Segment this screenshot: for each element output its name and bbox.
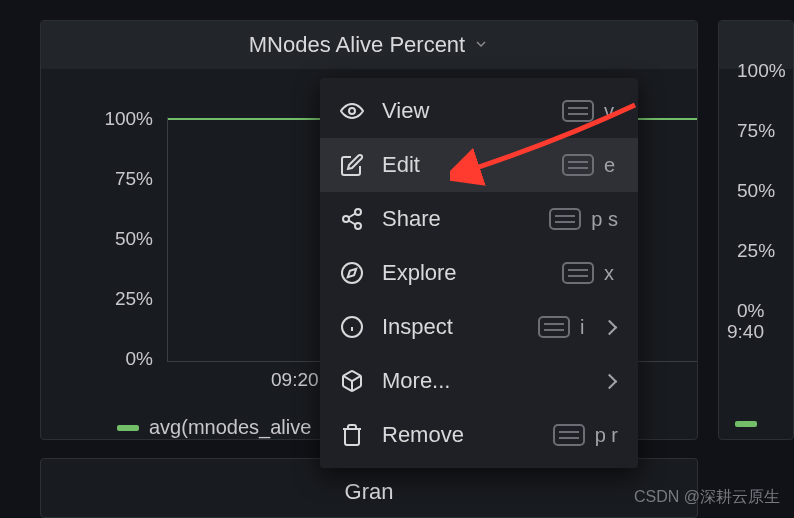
svg-line-4 xyxy=(349,221,356,225)
panel-title: MNodes Alive Percent xyxy=(249,32,465,58)
keyboard-icon xyxy=(553,424,585,446)
shortcut-key: e xyxy=(604,154,618,177)
menu-item-inspect[interactable]: Inspect i xyxy=(320,300,638,354)
shortcut-key: x xyxy=(604,262,618,285)
shortcut-group: x xyxy=(562,262,618,285)
svg-point-6 xyxy=(342,263,362,283)
shortcut-key: p r xyxy=(595,424,618,447)
shortcut-group: e xyxy=(562,154,618,177)
menu-item-remove[interactable]: Remove p r xyxy=(320,408,638,462)
keyboard-icon xyxy=(562,100,594,122)
y-tick-75: 75% xyxy=(115,168,153,190)
chevron-right-icon xyxy=(604,374,618,388)
y-tick-25-r: 25% xyxy=(737,240,775,262)
menu-item-more[interactable]: More... xyxy=(320,354,638,408)
menu-label-view: View xyxy=(382,98,544,124)
menu-item-explore[interactable]: Explore x xyxy=(320,246,638,300)
watermark: CSDN @深耕云原生 xyxy=(634,487,780,508)
keyboard-icon xyxy=(562,262,594,284)
shortcut-group: p r xyxy=(553,424,618,447)
menu-item-share[interactable]: Share p s xyxy=(320,192,638,246)
menu-label-explore: Explore xyxy=(382,260,544,286)
svg-point-0 xyxy=(349,108,355,114)
menu-label-share: Share xyxy=(382,206,531,232)
y-tick-0: 0% xyxy=(126,348,153,370)
keyboard-icon xyxy=(562,154,594,176)
trash-icon xyxy=(340,423,364,447)
panel-right-partial: 100% 75% 50% 25% 0% 9:40 xyxy=(718,20,794,440)
svg-point-1 xyxy=(355,209,361,215)
shortcut-group xyxy=(604,374,618,388)
y-tick-0-r: 0% xyxy=(737,300,764,322)
keyboard-icon xyxy=(549,208,581,230)
y-tick-100-r: 100% xyxy=(737,60,786,82)
chevron-down-icon xyxy=(473,32,489,58)
shortcut-group: p s xyxy=(549,208,618,231)
panel-header[interactable]: MNodes Alive Percent xyxy=(41,21,697,69)
svg-point-3 xyxy=(355,223,361,229)
shortcut-group: i xyxy=(538,316,618,339)
y-tick-50: 50% xyxy=(115,228,153,250)
menu-label-more: More... xyxy=(382,368,586,394)
share-icon xyxy=(340,207,364,231)
y-tick-25: 25% xyxy=(115,288,153,310)
shortcut-key: i xyxy=(580,316,594,339)
y-tick-75-r: 75% xyxy=(737,120,775,142)
menu-label-remove: Remove xyxy=(382,422,535,448)
shortcut-key: p s xyxy=(591,208,618,231)
svg-marker-7 xyxy=(348,269,356,277)
y-tick-100: 100% xyxy=(104,108,153,130)
menu-label-edit: Edit xyxy=(382,152,544,178)
info-icon xyxy=(340,315,364,339)
svg-point-2 xyxy=(343,216,349,222)
shortcut-group: v xyxy=(562,100,618,123)
menu-item-edit[interactable]: Edit e xyxy=(320,138,638,192)
chevron-right-icon xyxy=(604,320,618,334)
eye-icon xyxy=(340,99,364,123)
cube-icon xyxy=(340,369,364,393)
panel-context-menu: View v Edit e Share p s Explore xyxy=(320,78,638,468)
menu-item-view[interactable]: View v xyxy=(320,84,638,138)
y-tick-50-r: 50% xyxy=(737,180,775,202)
shortcut-key: v xyxy=(604,100,618,123)
x-tick-0940: 9:40 xyxy=(727,321,764,343)
legend-label: avg(mnodes_alive xyxy=(149,416,311,439)
menu-label-inspect: Inspect xyxy=(382,314,520,340)
legend-swatch xyxy=(117,425,139,431)
legend-swatch-r xyxy=(735,421,757,427)
svg-line-5 xyxy=(349,214,356,218)
keyboard-icon xyxy=(538,316,570,338)
edit-icon xyxy=(340,153,364,177)
chart-legend[interactable]: avg(mnodes_alive xyxy=(117,416,311,439)
compass-icon xyxy=(340,261,364,285)
x-tick-0920: 09:20 xyxy=(271,369,319,391)
panel-bottom-title: Gran xyxy=(345,479,394,505)
